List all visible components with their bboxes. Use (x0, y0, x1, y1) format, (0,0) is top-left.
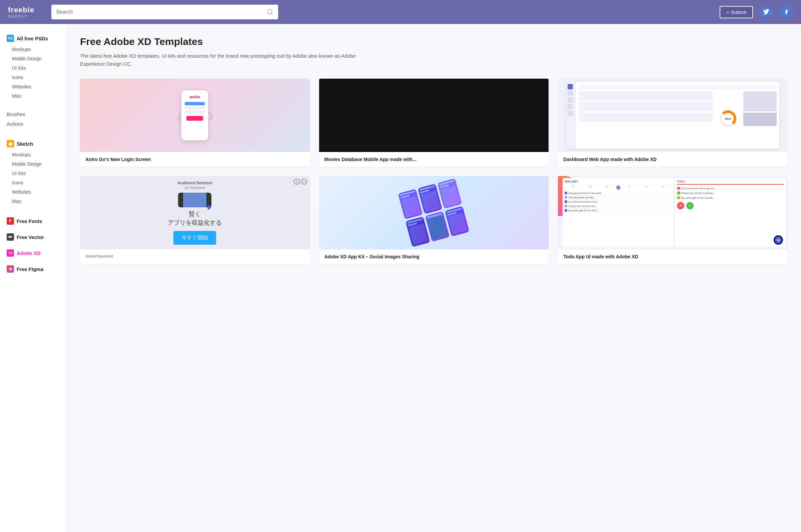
sidebar-category-vector[interactable]: ✏ Free Vector (0, 231, 67, 243)
submit-button[interactable]: + Submit (720, 6, 753, 18)
card-ad[interactable]: ℹ ✕ Audience Networkby Facebook 賢くアプリを収益… (80, 176, 310, 264)
sidebar: PS All free PSDs Mockups Mobile Design U… (0, 24, 67, 532)
logo-supply-text: SUPPLY (8, 14, 29, 18)
card-astro-image: astro astro (80, 79, 310, 152)
card-ad-label: Advertisement (80, 249, 310, 263)
xd-icon: Xd (7, 249, 14, 256)
vector-icon: ✏ (7, 233, 14, 241)
card-movies[interactable]: Top Rated ▸ 7.5 Logan Top Rated ▸ 7.3 Mo… (319, 79, 549, 167)
sidebar-vector-label: Free Vector (17, 234, 44, 240)
card-appkit-image (319, 176, 549, 249)
sidebar-item-misc-ps[interactable]: Misc (0, 91, 67, 101)
sidebar-section-fonts: F Free Fonts (0, 215, 67, 227)
sidebar-item-websites-ps[interactable]: Websites (0, 82, 67, 91)
sidebar-fonts-label: Free Fonts (17, 218, 42, 224)
sidebar-item-brushes[interactable]: Brushes (0, 109, 67, 119)
sidebar-sketch-label: Sketch (17, 141, 33, 147)
sidebar-category-fonts[interactable]: F Free Fonts (0, 215, 67, 227)
sidebar-figma-label: Free Figma (17, 266, 43, 272)
search-icon (267, 9, 274, 15)
card-dashboard-label: Dashboard Web App made with Adobe XD (558, 152, 788, 167)
sidebar-item-icons-sketch[interactable]: Icons (0, 178, 67, 187)
sidebar-section-vector: ✏ Free Vector (0, 231, 67, 243)
sidebar-item-mobile-ps[interactable]: Mobile Design (0, 54, 67, 63)
sidebar-item-uikits-sketch[interactable]: UI Kits (0, 169, 67, 178)
card-astro[interactable]: astro astro Astro Go's New Login Screen (80, 79, 310, 167)
sidebar-category-xd[interactable]: Xd Adobe XD (0, 247, 67, 259)
card-todo-image: JULY 2017 19 20 21 22 23 24 25 Shopping … (558, 176, 788, 249)
cards-grid: astro astro Astro Go's New Login Screen … (80, 79, 788, 264)
card-ad-image: ℹ ✕ Audience Networkby Facebook 賢くアプリを収益… (80, 176, 310, 249)
card-movies-image: Top Rated ▸ 7.5 Logan Top Rated ▸ 7.3 Mo… (319, 79, 549, 152)
card-todo[interactable]: JULY 2017 19 20 21 22 23 24 25 Shopping … (558, 176, 788, 264)
card-movies-label: Movies Database Mobile App made with... (319, 152, 549, 167)
sidebar-category-psds[interactable]: PS All free PSDs (0, 32, 67, 45)
sidebar-item-websites-sketch[interactable]: Websites (0, 187, 67, 197)
sidebar-section-figma: ❋ Free Figma (0, 263, 67, 276)
sidebar-item-mockups-sketch[interactable]: Mockups (0, 150, 67, 159)
figma-icon: ❋ (7, 265, 14, 273)
sketch-icon: ◆ (7, 140, 14, 147)
sidebar-category-figma[interactable]: ❋ Free Figma (0, 263, 67, 276)
card-appkit[interactable]: Adobe XD App Kit – Social Images Sharing (319, 176, 549, 264)
main-content: Free Adobe XD Templates The latest free … (67, 24, 801, 532)
ps-icon: PS (7, 35, 14, 42)
header: freebie SUPPLY + Submit (0, 0, 801, 24)
ad-text-jp: 賢くアプリを収益化する (168, 210, 222, 227)
sidebar-xd-label: Adobe XD (17, 250, 41, 256)
logo-freebie-text: freebie (8, 6, 34, 14)
sidebar-item-mobile-sketch[interactable]: Mobile Design (0, 159, 67, 169)
page-description: The latest free Adobe XD templates, UI k… (80, 52, 380, 68)
svg-point-0 (268, 10, 272, 14)
facebook-button[interactable] (780, 5, 793, 19)
fonts-icon: F (7, 217, 14, 225)
card-astro-label: Astro Go's New Login Screen (80, 152, 310, 167)
card-todo-label: Todo App UI made with Adobe XD (558, 249, 788, 264)
layout: PS All free PSDs Mockups Mobile Design U… (0, 24, 801, 532)
sidebar-section-xd: Xd Adobe XD (0, 247, 67, 259)
sidebar-item-mockups-ps[interactable]: Mockups (0, 45, 67, 54)
astro-phone-mockup: astro (181, 90, 208, 140)
sidebar-section-sketch: ◆ Sketch Mockups Mobile Design UI Kits I… (0, 137, 67, 206)
logo[interactable]: freebie SUPPLY (8, 6, 45, 18)
search-input[interactable] (56, 9, 263, 15)
card-dashboard-image: 6514 (558, 79, 788, 152)
sidebar-item-icons-ps[interactable]: Icons (0, 73, 67, 82)
ad-cta-button[interactable]: 今すぐ開始 (173, 231, 216, 245)
sidebar-section-brushes: Brushes Actions (0, 109, 67, 129)
card-appkit-label: Adobe XD App Kit – Social Images Sharing (319, 249, 549, 264)
sidebar-psds-label: All free PSDs (17, 36, 48, 41)
search-bar (51, 5, 278, 19)
sidebar-item-uikits-ps[interactable]: UI Kits (0, 63, 67, 73)
sidebar-category-sketch[interactable]: ◆ Sketch (0, 137, 67, 150)
twitter-button[interactable] (760, 5, 773, 19)
page-title: Free Adobe XD Templates (80, 36, 788, 48)
sidebar-item-actions[interactable]: Actions (0, 119, 67, 129)
sidebar-item-misc-sketch[interactable]: Misc (0, 197, 67, 206)
card-dashboard[interactable]: 6514 Dashboard Web App made with Ado (558, 79, 788, 167)
sidebar-section-psds: PS All free PSDs Mockups Mobile Design U… (0, 32, 67, 101)
svg-line-1 (272, 13, 273, 15)
